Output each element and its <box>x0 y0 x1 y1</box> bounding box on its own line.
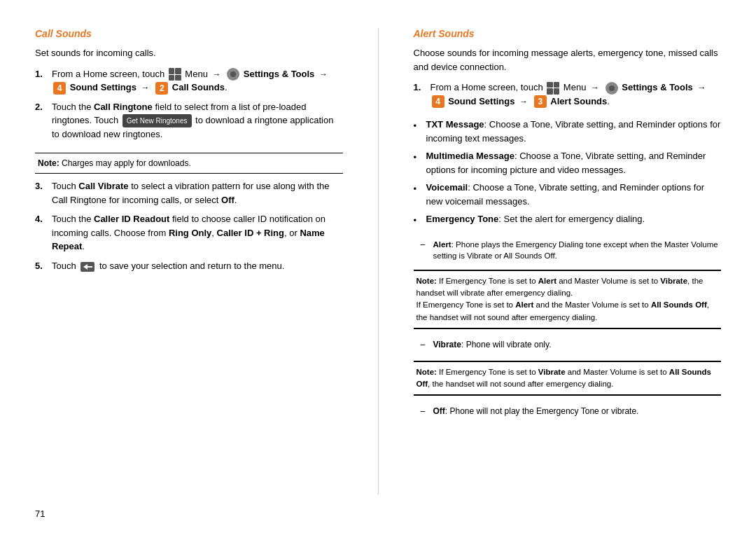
svg-rect-2 <box>87 266 92 268</box>
alert-arrow-3: → <box>519 97 528 106</box>
alert-bullet-list: • TXT Message: Choose a Tone, Vibrate se… <box>414 118 722 232</box>
back-icon <box>80 262 94 272</box>
arrow-3: → <box>141 83 150 92</box>
call-step-5: 5. Touch to save your selection and retu… <box>35 259 343 273</box>
alert-badge-3: 3 <box>534 95 547 108</box>
bullet-dot-4: • <box>414 214 424 228</box>
bullet-mms-content: Multimedia Message: Choose a Tone, Vibra… <box>426 149 722 176</box>
step-num-1: 1. <box>35 67 49 95</box>
call-sounds-title: Call Sounds <box>35 28 343 39</box>
step-3-content: Touch Call Vibrate to select a vibration… <box>52 179 343 207</box>
sub-alert-item: – Alert: Phone plays the Emergency Diali… <box>421 239 722 261</box>
alert-badge-4: 4 <box>432 95 444 108</box>
settings-icon <box>227 68 239 81</box>
alert-arrow-2: → <box>697 83 706 92</box>
bullet-dot-3: • <box>414 182 424 196</box>
left-column: Call Sounds Set sounds for incoming call… <box>35 28 343 494</box>
alert-step-1: 1. From a Home screen, touch Menu → Sett… <box>414 81 722 108</box>
step-5-content: Touch to save your selection and return … <box>52 259 343 273</box>
dash-vibrate: – <box>421 339 430 351</box>
sub-vibrate-content: Vibrate: Phone will vibrate only. <box>433 339 552 351</box>
call-step-1: 1. From a Home screen, touch Menu → Sett… <box>35 67 343 95</box>
alert-note-box-1: Note: If Emergency Tone is set to Alert … <box>414 270 722 329</box>
step-2-content: Touch the Call Ringtone field to select … <box>52 100 343 141</box>
content-columns: Call Sounds Set sounds for incoming call… <box>35 28 721 494</box>
note-box-1: Note: Charges may apply for downloads. <box>35 153 343 174</box>
alert-step-1-content: From a Home screen, touch Menu → Setting… <box>430 81 722 108</box>
bullet-mms: • Multimedia Message: Choose a Tone, Vib… <box>414 149 722 176</box>
bullet-dot-1: • <box>414 119 424 133</box>
column-divider <box>378 28 379 494</box>
alert-arrow-1: → <box>591 83 599 92</box>
step-4-content: Touch the Caller ID Readout field to cho… <box>52 212 343 254</box>
alert-step-num-1: 1. <box>414 81 428 108</box>
bullet-voicemail: • Voicemail: Choose a Tone, Vibrate sett… <box>414 181 722 208</box>
call-step-4: 4. Touch the Caller ID Readout field to … <box>35 212 343 254</box>
get-ringtones-btn[interactable]: Get New Ringtones <box>122 114 192 127</box>
step-num-3: 3. <box>35 179 49 207</box>
bullet-dot-2: • <box>414 151 424 165</box>
call-sounds-intro: Set sounds for incoming calls. <box>35 46 343 60</box>
alert-note-box-2: Note: If Emergency Tone is set to Vibrat… <box>414 361 722 396</box>
badge-4: 4 <box>53 82 66 95</box>
dash-alert: – <box>421 239 430 251</box>
menu-grid-icon <box>169 68 181 81</box>
bullet-voicemail-content: Voicemail: Choose a Tone, Vibrate settin… <box>426 181 722 208</box>
sub-vibrate-item: – Vibrate: Phone will vibrate only. <box>421 339 722 351</box>
arrow-2: → <box>319 69 328 79</box>
step-1-content: From a Home screen, touch Menu → Setting… <box>52 67 343 95</box>
bullet-txt-message: • TXT Message: Choose a Tone, Vibrate se… <box>414 118 722 145</box>
step-num-2: 2. <box>35 100 49 141</box>
call-step-2: 2. Touch the Call Ringtone field to sele… <box>35 100 343 141</box>
page-number: 71 <box>35 508 721 519</box>
dash-off: – <box>421 406 430 417</box>
right-column: Alert Sounds Choose sounds for incoming … <box>414 28 722 494</box>
bullet-emergency-content: Emergency Tone: Set the alert for emerge… <box>426 212 722 226</box>
alert-sounds-title: Alert Sounds <box>414 28 722 39</box>
alert-settings-icon <box>606 82 618 95</box>
step-num-4: 4. <box>35 212 49 254</box>
note-label-1: Note: <box>38 158 59 168</box>
note-text-1: Charges may apply for downloads. <box>62 158 191 168</box>
sub-off-item: – Off: Phone will not play the Emergency… <box>421 406 722 417</box>
badge-2: 2 <box>155 82 168 95</box>
alert-sounds-intro: Choose sounds for incoming message alert… <box>414 46 722 74</box>
call-step-3: 3. Touch Call Vibrate to select a vibrat… <box>35 179 343 207</box>
alert-menu-grid-icon <box>547 82 559 95</box>
arrow-1: → <box>212 69 220 79</box>
bullet-emergency: • Emergency Tone: Set the alert for emer… <box>414 212 722 228</box>
page: Call Sounds Set sounds for incoming call… <box>0 0 756 540</box>
bullet-txt-content: TXT Message: Choose a Tone, Vibrate sett… <box>426 118 722 145</box>
step-num-5: 5. <box>35 259 49 273</box>
settings-text: Settings & Tools <box>244 69 315 79</box>
sub-off-content: Off: Phone will not play the Emergency T… <box>433 406 639 417</box>
sub-alert-content: Alert: Phone plays the Emergency Dialing… <box>433 239 722 261</box>
